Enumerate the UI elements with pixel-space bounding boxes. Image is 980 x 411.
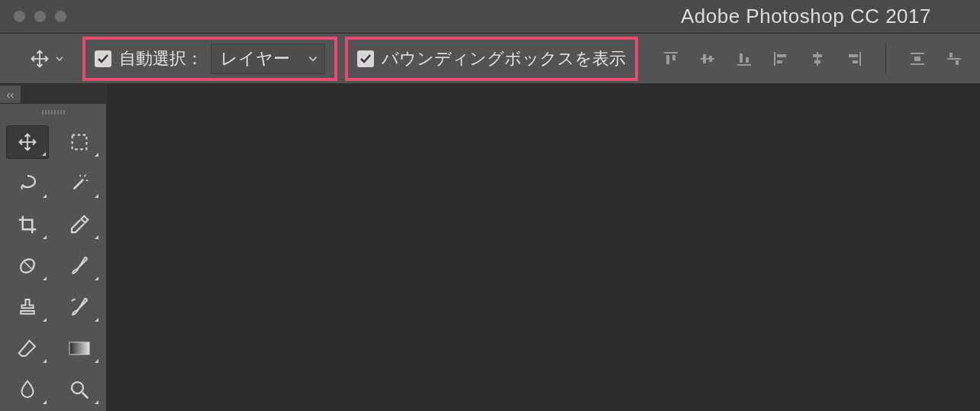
align-bottom-button[interactable] — [733, 47, 756, 70]
align-hcenter-button[interactable] — [806, 47, 829, 70]
crop-tool[interactable] — [6, 208, 49, 241]
distribute-h-button[interactable] — [906, 47, 929, 70]
gradient-icon — [68, 340, 91, 357]
eyedropper-icon — [68, 213, 91, 236]
flyout-indicator-icon — [95, 153, 98, 157]
magic-wand-tool[interactable] — [58, 167, 101, 200]
flyout-indicator-icon — [95, 359, 98, 363]
gradient-tool[interactable] — [58, 332, 101, 365]
stamp-tool[interactable] — [6, 290, 49, 324]
history-brush-tool[interactable] — [58, 290, 101, 324]
marquee-tool[interactable] — [58, 125, 101, 159]
svg-rect-10 — [746, 57, 749, 63]
align-right-button[interactable] — [843, 47, 866, 70]
align-vcenter-icon — [698, 50, 717, 68]
svg-rect-28 — [72, 135, 86, 150]
brush-tool[interactable] — [58, 249, 101, 283]
svg-rect-13 — [777, 60, 782, 63]
checkmark-icon — [359, 53, 372, 65]
tool-preset-picker[interactable] — [29, 48, 64, 70]
auto-select-checkbox[interactable] — [95, 50, 111, 67]
canvas-area[interactable] — [107, 84, 980, 411]
align-vcenter-button[interactable] — [696, 47, 719, 70]
eyedropper-tool[interactable] — [58, 208, 101, 241]
flyout-indicator-icon — [43, 277, 47, 280]
svg-rect-19 — [853, 60, 858, 63]
tools-panel — [0, 104, 107, 411]
distribute-h-icon — [908, 50, 927, 68]
lasso-tool[interactable] — [6, 167, 49, 200]
flyout-indicator-icon — [43, 400, 47, 404]
auto-select-label: 自動選択： — [119, 47, 203, 70]
marquee-icon — [69, 131, 90, 153]
svg-rect-3 — [666, 55, 669, 64]
svg-point-34 — [72, 382, 83, 393]
options-bar: 自動選択： レイヤー バウンディングボックスを表示 — [0, 34, 980, 84]
panel-grip[interactable] — [5, 108, 102, 116]
collapse-glyph: ‹‹ — [7, 89, 14, 101]
align-left-icon — [772, 50, 790, 68]
auto-select-group: 自動選択： レイヤー — [82, 37, 337, 81]
svg-line-35 — [82, 393, 88, 399]
patch-tool[interactable] — [6, 249, 49, 283]
show-bounding-box-checkbox[interactable] — [357, 50, 374, 67]
patch-icon — [16, 254, 39, 277]
svg-rect-16 — [814, 60, 820, 63]
align-buttons-group — [659, 44, 965, 74]
lasso-icon — [16, 172, 39, 195]
align-right-icon — [845, 50, 863, 68]
flyout-indicator-icon — [95, 277, 98, 280]
auto-select-dropdown[interactable]: レイヤー — [211, 44, 325, 74]
svg-rect-22 — [914, 57, 920, 61]
divider — [885, 44, 886, 74]
smudge-icon — [16, 378, 39, 401]
flyout-indicator-icon — [43, 194, 47, 198]
chevron-down-icon — [308, 53, 318, 64]
move-tool[interactable] — [6, 125, 49, 159]
svg-rect-24 — [949, 53, 953, 57]
brush-icon — [68, 254, 91, 277]
svg-rect-25 — [956, 60, 959, 65]
app-title: Adobe Photoshop CC 2017 — [681, 5, 931, 28]
svg-rect-33 — [69, 342, 89, 354]
history-brush-icon — [68, 296, 91, 319]
dodge-tool[interactable] — [58, 373, 101, 406]
chevron-down-icon — [55, 54, 64, 63]
flyout-indicator-icon — [95, 194, 98, 198]
window-controls — [14, 11, 66, 22]
flyout-indicator-icon — [43, 318, 47, 322]
svg-rect-9 — [740, 53, 743, 63]
svg-rect-15 — [813, 54, 822, 57]
flyout-indicator-icon — [43, 359, 47, 363]
distribute-v-icon — [945, 50, 963, 68]
show-bounding-box-group: バウンディングボックスを表示 — [345, 37, 638, 81]
auto-select-value: レイヤー — [221, 47, 290, 70]
dodge-icon — [68, 378, 91, 401]
zoom-window-button[interactable] — [55, 11, 66, 22]
checkmark-icon — [97, 53, 109, 65]
close-window-button[interactable] — [14, 11, 25, 22]
align-top-button[interactable] — [659, 47, 682, 70]
eraser-icon — [16, 337, 39, 360]
flyout-indicator-icon — [95, 400, 98, 404]
stamp-icon — [16, 296, 39, 319]
svg-rect-12 — [777, 54, 786, 57]
align-left-button[interactable] — [769, 47, 792, 70]
show-bounding-box-label: バウンディングボックスを表示 — [382, 47, 626, 70]
svg-rect-7 — [709, 56, 712, 62]
move-icon — [29, 48, 50, 70]
minimize-window-button[interactable] — [34, 11, 46, 22]
align-bottom-icon — [735, 50, 753, 68]
distribute-v-button[interactable] — [943, 47, 965, 70]
svg-rect-4 — [672, 55, 675, 60]
svg-rect-18 — [849, 54, 858, 57]
svg-line-30 — [84, 175, 86, 177]
eraser-tool[interactable] — [6, 332, 49, 365]
align-top-icon — [662, 50, 680, 68]
flyout-indicator-icon — [42, 152, 46, 156]
flyout-indicator-icon — [43, 235, 47, 239]
svg-line-29 — [73, 180, 83, 189]
collapse-panels-button[interactable]: ‹‹ — [0, 86, 21, 104]
svg-rect-6 — [703, 54, 706, 63]
smudge-tool[interactable] — [6, 373, 49, 406]
